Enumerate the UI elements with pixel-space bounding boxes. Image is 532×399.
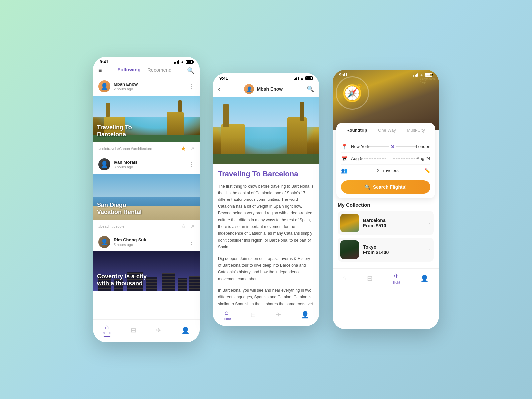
tab-recommend[interactable]: Recomend: [147, 67, 172, 74]
tab-following[interactable]: Following: [117, 67, 141, 74]
wifi-icon: ▲: [180, 60, 184, 64]
nav-send-1[interactable]: ✈: [156, 326, 162, 334]
nav-active-indicator: [104, 336, 110, 337]
home-icon-2: ⌂: [225, 309, 229, 316]
nav-home-label-2: home: [222, 317, 231, 321]
more-btn-1[interactable]: ⋮: [188, 83, 194, 90]
post-image-3[interactable]: Coventry is a citywith a thousand: [93, 251, 200, 291]
post-icons-2: ☆ ↗: [181, 223, 194, 230]
search-button-2[interactable]: 🔍: [307, 85, 314, 93]
send-icon-2: ✈: [276, 311, 281, 319]
flight-dates-row: 📅 Aug 5 → Aug 24: [341, 153, 430, 165]
status-icons-2: ▲: [294, 76, 313, 81]
status-bar-2: 9:41 ▲: [213, 73, 319, 82]
battery-icon-2: [305, 76, 313, 80]
nav-home-2[interactable]: ⌂ home: [222, 309, 231, 321]
post-image-1[interactable]: Traveling ToBarcelona: [93, 96, 200, 142]
profile-icon-2: 👤: [301, 311, 309, 319]
flight-arrow: ✈: [369, 143, 416, 150]
post-title-2: San DiegoVacation Rental: [97, 202, 142, 216]
collection-arrow-tokyo[interactable]: →: [425, 246, 431, 253]
collection-item-barcelona[interactable]: Barcelona From $510 →: [338, 211, 434, 235]
status-icons-1: ▲: [174, 60, 193, 64]
bookmark-icon-2: ⊟: [250, 311, 256, 319]
author-name-3: Rim Chong-Suk: [114, 237, 146, 242]
more-btn-3[interactable]: ⋮: [188, 238, 194, 246]
menu-icon[interactable]: ≡: [98, 67, 102, 74]
post-card-1: 👤 Mbah Enow 2 hours ago ⋮ Traveling ToBa…: [93, 77, 200, 155]
flight-icon-3: ✈: [394, 272, 399, 280]
search-flights-button[interactable]: 🔍 Search Flights!: [341, 180, 430, 194]
collection-arrow-barcelona[interactable]: →: [425, 220, 431, 227]
nav-home-3[interactable]: ⌂: [343, 274, 347, 282]
phone-article: 9:41 ▲ ‹ 👤 Mbah Enow 🔍: [213, 73, 319, 326]
nav-bookmark-3[interactable]: ⊟: [367, 274, 373, 282]
back-button[interactable]: ‹: [218, 85, 220, 93]
compass-icon: 🧭: [336, 76, 369, 110]
collection-item-tokyo[interactable]: Tokyo From $1400 →: [338, 238, 434, 262]
nav-profile-1[interactable]: 👤: [181, 326, 190, 334]
post-image-2[interactable]: San DiegoVacation Rental: [93, 174, 200, 220]
more-btn-2[interactable]: ⋮: [188, 161, 194, 168]
bottom-nav-3: ⌂ ⊟ ✈ flight 👤: [332, 268, 439, 290]
nav-home-1[interactable]: ⌂ home: [103, 323, 111, 337]
post-author-1: 👤 Mbah Enow 2 hours ago ⋮: [93, 77, 200, 96]
tab-multicity[interactable]: Multi-City: [407, 128, 425, 135]
flight-from[interactable]: New York: [351, 144, 369, 149]
time-2: 9:41: [219, 76, 228, 81]
phone-flights: 9:41 ▲ 🧭 Armenia Cappadocia Saspi: [332, 70, 439, 329]
travelers-count[interactable]: 2 Travelers: [377, 168, 398, 173]
signal-icon: [174, 60, 179, 64]
bookmark-icon-3: ⊟: [367, 274, 373, 282]
collection-info-barcelona: Barcelona From $510: [363, 218, 425, 228]
author-time-3: 5 hours ago: [114, 243, 146, 247]
post-author-3: 👤 Rim Chong-Suk 5 hours ago ⋮: [93, 233, 200, 251]
location-icon: 📍: [341, 143, 348, 150]
flight-to[interactable]: London: [416, 144, 430, 149]
feed-header: ≡ Following Recomend 🔍: [93, 66, 200, 77]
tab-roundtrip[interactable]: Roundtrip: [346, 128, 367, 135]
dates-arrow: →: [362, 156, 417, 161]
nav-send-2[interactable]: ✈: [276, 311, 281, 319]
article-avatar: 👤: [244, 84, 254, 94]
tab-oneway[interactable]: One Way: [378, 128, 396, 135]
avatar-1: 👤: [98, 80, 110, 92]
map-decoration: Armenia Cappadocia Saspi: [420, 73, 436, 84]
flight-header-img: 9:41 ▲ 🧭 Armenia Cappadocia Saspi: [332, 70, 439, 130]
post-title-1: Traveling ToBarcelona: [97, 124, 132, 138]
article-body: Traveling To Barcelona The first thing t…: [213, 164, 319, 317]
article-header: ‹ 👤 Mbah Enow 🔍: [213, 82, 319, 97]
date-from[interactable]: Aug 5: [351, 156, 362, 161]
share-icon-1[interactable]: ↗: [190, 146, 194, 152]
date-to[interactable]: Aug 24: [417, 156, 430, 161]
search-button-1[interactable]: 🔍: [187, 67, 194, 74]
search-flights-label: Search Flights!: [373, 184, 407, 190]
author-name-1: Mbah Enow: [114, 82, 138, 87]
bookmark-icon-1: ⊟: [131, 326, 136, 334]
nav-bookmark-2[interactable]: ⊟: [250, 311, 256, 319]
bottom-nav-1: ⌂ home ⊟ ✈ 👤: [93, 319, 200, 342]
post-tags-2: #beach #people: [98, 224, 124, 228]
nav-profile-3[interactable]: 👤: [420, 274, 429, 282]
article-text-3: In Barcelona, you will see and hear ever…: [218, 287, 314, 307]
profile-icon-3: 👤: [420, 274, 429, 282]
plane-icon: ✈: [389, 143, 396, 150]
article-text-2: Dig deeper: Join us on our Tapas, Tavern…: [218, 255, 314, 283]
edit-icon[interactable]: ✏️: [425, 168, 430, 173]
flight-card: Roundtrip One Way Multi-City 📍 New York …: [336, 123, 435, 198]
status-bar-1: 9:41 ▲: [93, 57, 200, 66]
collection-thumb-barcelona: [340, 214, 359, 232]
author-info-1: 👤 Mbah Enow 2 hours ago: [98, 80, 138, 92]
signal-icon-2: [294, 77, 299, 80]
flight-route-row: 📍 New York ✈ London: [341, 141, 430, 153]
nav-bookmark-1[interactable]: ⊟: [131, 326, 136, 334]
share-icon-2[interactable]: ↗: [190, 223, 194, 230]
nav-profile-2[interactable]: 👤: [301, 311, 309, 319]
star-icon-2[interactable]: ☆: [181, 223, 186, 230]
phone-feed: 9:41 ▲ ≡ Following Recomend 🔍 👤: [93, 57, 200, 342]
nav-flight-3[interactable]: ✈ flight: [393, 272, 400, 284]
star-icon-1[interactable]: ★: [181, 145, 186, 152]
collection-title: My Collection: [338, 202, 434, 208]
avatar-2: 👤: [98, 158, 110, 170]
signal-icon-3: [413, 73, 418, 77]
